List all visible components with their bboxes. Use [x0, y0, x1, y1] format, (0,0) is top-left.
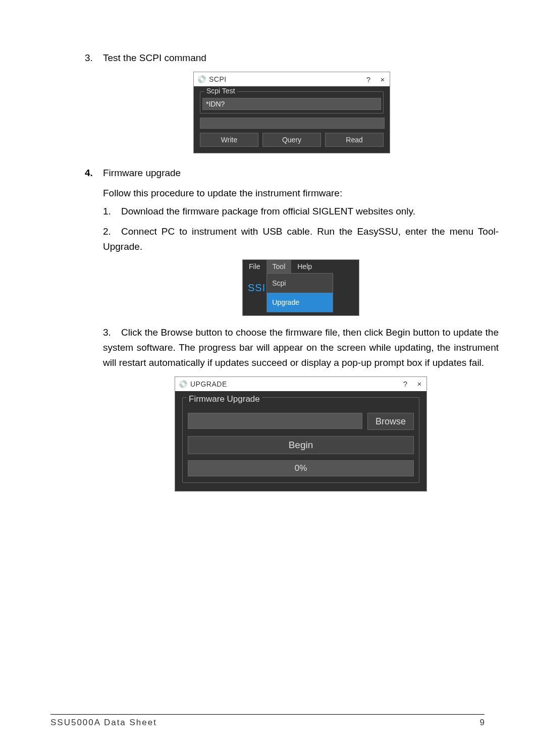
upgrade-dialog: UPGRADE ? × Firmware Upgrade Browse Begi… — [175, 376, 427, 492]
menu-item-scpi[interactable]: Scpi — [267, 274, 333, 293]
help-button[interactable]: ? — [361, 75, 376, 84]
write-button[interactable]: Write — [200, 133, 258, 147]
firmware-upgrade-legend: Firmware Upgrade — [187, 392, 262, 407]
scpi-test-group: Scpi Test — [200, 91, 384, 114]
menu-help[interactable]: Help — [291, 260, 318, 273]
scpi-command-input[interactable] — [202, 98, 381, 110]
help-button[interactable]: ? — [398, 376, 412, 392]
substep-3-text: Click the Browse button to choose the fi… — [103, 327, 499, 368]
step-4-text: Firmware upgrade — [103, 166, 499, 181]
scpi-test-legend: Scpi Test — [204, 87, 237, 95]
tool-dropdown: Scpi Upgrade — [266, 273, 333, 312]
app-icon — [198, 75, 206, 83]
upgrade-title: UPGRADE — [190, 376, 398, 392]
firmware-upgrade-group: Firmware Upgrade Browse Begin 0% — [182, 397, 419, 483]
easyssu-menu-screenshot: File Tool Help SSI Scpi Upgrade — [242, 259, 359, 316]
upgrade-titlebar: UPGRADE ? × — [175, 377, 426, 391]
scpi-dialog: SCPI ? × Scpi Test Write Query Read — [193, 72, 390, 153]
close-button[interactable]: × — [376, 75, 390, 84]
read-button[interactable]: Read — [325, 133, 384, 147]
scpi-title: SCPI — [209, 75, 361, 83]
step-4-number: 4. — [85, 166, 103, 181]
firmware-path-input[interactable] — [188, 413, 362, 429]
substep-3: 3.Click the Browse button to choose the … — [103, 325, 499, 370]
substep-1: 1. Download the firmware package from of… — [103, 204, 499, 219]
page-number: 9 — [480, 718, 485, 728]
menu-tool[interactable]: Tool — [266, 260, 292, 273]
substep-1-number: 1. — [103, 204, 121, 219]
firmware-intro: Follow this procedure to update the inst… — [103, 186, 499, 201]
menu-item-upgrade[interactable]: Upgrade — [267, 293, 333, 312]
step-4-heading: 4. Firmware upgrade — [85, 166, 499, 181]
substep-2-text: Connect PC to instrument with USB cable.… — [103, 226, 499, 252]
step-3-text: Test the SCPI command — [103, 50, 499, 66]
step-3-heading: 3. Test the SCPI command — [85, 50, 499, 66]
substep-2-number: 2. — [103, 224, 121, 239]
app-icon — [179, 380, 187, 388]
close-button[interactable]: × — [412, 376, 426, 392]
step-3-number: 3. — [85, 50, 103, 66]
scpi-titlebar: SCPI ? × — [194, 72, 390, 86]
progress-bar: 0% — [188, 460, 414, 476]
browse-button[interactable]: Browse — [367, 413, 414, 430]
ssi-label: SSI — [248, 273, 265, 295]
page-footer: SSU5000A Data Sheet 9 — [50, 714, 485, 728]
footer-title: SSU5000A Data Sheet — [50, 718, 157, 728]
query-button[interactable]: Query — [262, 133, 321, 147]
scpi-output-field — [200, 118, 385, 129]
menu-file[interactable]: File — [243, 260, 266, 273]
substep-1-text: Download the firmware package from offic… — [121, 204, 499, 219]
substep-2: 2.Connect PC to instrument with USB cabl… — [103, 224, 499, 254]
substep-3-number: 3. — [103, 325, 121, 340]
begin-button[interactable]: Begin — [188, 436, 414, 454]
